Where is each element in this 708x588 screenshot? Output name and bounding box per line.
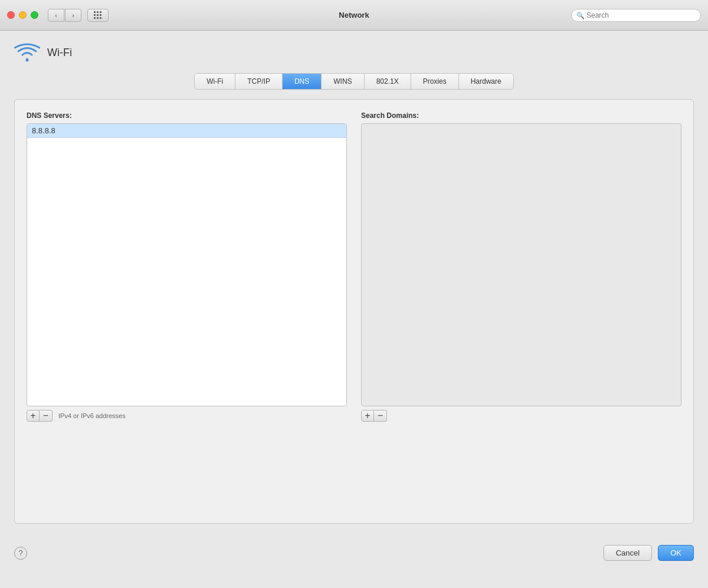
tab-bar: Wi-Fi TCP/IP DNS WINS 802.1X Proxies Har… bbox=[194, 73, 513, 90]
tab-wifi[interactable]: Wi-Fi bbox=[195, 74, 235, 89]
dns-server-entry[interactable]: 8.8.8.8 bbox=[27, 124, 346, 138]
traffic-lights bbox=[7, 11, 38, 19]
cancel-button[interactable]: Cancel bbox=[604, 545, 652, 561]
wifi-header: Wi-Fi bbox=[14, 42, 694, 63]
search-input[interactable] bbox=[586, 11, 696, 19]
dns-panel: DNS Servers: 8.8.8.8 + − IPv4 or IPv6 ad… bbox=[14, 99, 694, 524]
bottom-bar: ? Cancel OK bbox=[0, 536, 708, 561]
tab-proxies[interactable]: Proxies bbox=[411, 74, 459, 89]
wifi-icon bbox=[14, 42, 40, 63]
search-icon: 🔍 bbox=[576, 12, 584, 19]
search-domains-section: Search Domains: + − bbox=[361, 111, 681, 422]
titlebar: ‹ › Network 🔍 bbox=[0, 0, 708, 31]
nav-buttons: ‹ › bbox=[48, 9, 81, 22]
search-domains-label: Search Domains: bbox=[361, 111, 681, 120]
add-search-domain-button[interactable]: + bbox=[361, 410, 374, 422]
tab-hardware[interactable]: Hardware bbox=[459, 74, 513, 89]
wifi-label: Wi-Fi bbox=[47, 47, 72, 59]
add-dns-server-button[interactable]: + bbox=[27, 410, 40, 422]
dns-content: DNS Servers: 8.8.8.8 + − IPv4 or IPv6 ad… bbox=[27, 111, 681, 422]
search-bar[interactable]: 🔍 bbox=[571, 9, 701, 22]
search-domains-controls: + − bbox=[361, 410, 681, 422]
close-button[interactable] bbox=[7, 11, 15, 19]
action-buttons: Cancel OK bbox=[604, 545, 694, 561]
back-button[interactable]: ‹ bbox=[48, 9, 64, 22]
remove-dns-server-button[interactable]: − bbox=[40, 410, 53, 422]
dns-servers-list[interactable]: 8.8.8.8 bbox=[27, 123, 347, 406]
maximize-button[interactable] bbox=[31, 11, 38, 19]
minimize-button[interactable] bbox=[19, 11, 27, 19]
tab-8021x[interactable]: 802.1X bbox=[365, 74, 411, 89]
grid-view-button[interactable] bbox=[87, 9, 109, 22]
grid-icon bbox=[94, 11, 102, 19]
search-domains-list[interactable] bbox=[361, 123, 681, 406]
svg-point-0 bbox=[26, 59, 29, 62]
tab-dns[interactable]: DNS bbox=[283, 74, 322, 89]
dns-servers-section: DNS Servers: 8.8.8.8 + − IPv4 or IPv6 ad… bbox=[27, 111, 347, 422]
tab-wins[interactable]: WINS bbox=[322, 74, 364, 89]
remove-search-domain-button[interactable]: − bbox=[374, 410, 387, 422]
dns-hint: IPv4 or IPv6 addresses bbox=[58, 412, 126, 419]
dns-servers-label: DNS Servers: bbox=[27, 111, 347, 120]
main-content: Wi-Fi Wi-Fi TCP/IP DNS WINS 802.1X Proxi… bbox=[0, 31, 708, 536]
help-button[interactable]: ? bbox=[14, 547, 27, 560]
dns-servers-controls: + − IPv4 or IPv6 addresses bbox=[27, 410, 347, 422]
ok-button[interactable]: OK bbox=[658, 545, 694, 561]
forward-button[interactable]: › bbox=[65, 9, 81, 22]
tab-tcpip[interactable]: TCP/IP bbox=[235, 74, 283, 89]
window-title: Network bbox=[339, 11, 369, 19]
